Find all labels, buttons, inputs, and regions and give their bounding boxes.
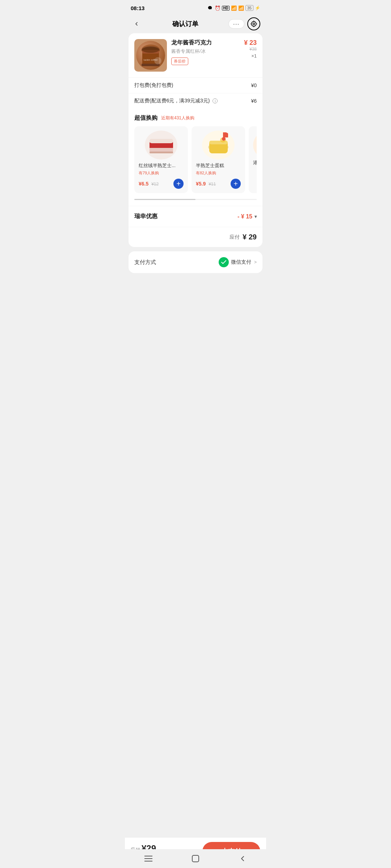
product-img-circle: luckin coffee [136, 41, 165, 70]
nav-bar: 确认订单 ··· [125, 14, 266, 33]
order-card: luckin coffee 龙年酱香巧克力 酱香专属红杯/冰 券后价 ¥ 23 … [129, 33, 262, 247]
discount-amount: - ¥ 15 [237, 213, 252, 220]
signal-icon: 📶 [231, 5, 237, 11]
delivery-fee-value: ¥6 [251, 98, 257, 104]
svg-point-0 [253, 23, 255, 25]
nav-actions: ··· [228, 17, 260, 30]
svg-rect-13 [150, 142, 173, 148]
packaging-fee-label: 打包费(免打包费) [134, 82, 173, 89]
alarm-icon: ⏰ [215, 5, 220, 11]
status-time: 08:13 [131, 5, 144, 11]
packaging-fee-value: ¥0 [251, 82, 257, 88]
more-dots: ··· [233, 21, 240, 27]
upsell-header: 超值换购 近期有431人换购 [134, 114, 257, 122]
payment-label: 支付方式 [134, 259, 156, 266]
product-section: luckin coffee 龙年酱香巧克力 酱香专属红杯/冰 券后价 ¥ 23 … [129, 33, 262, 77]
bolt-icon: ⚡ [255, 5, 260, 10]
upsell-item-2: 半熟芝士蛋糕 有82人换购 ¥5.9 ¥11 + [192, 126, 245, 193]
coupon-tag: 券后价 [171, 58, 188, 65]
battery-icon: 35 [245, 5, 253, 11]
scroll-indicator-thumb [134, 199, 196, 200]
price-original: ¥38 [244, 47, 257, 52]
upsell-item-2-prices: ¥5.9 ¥11 [196, 181, 216, 187]
upsell-badge: 近期有431人换购 [161, 115, 194, 121]
upsell-item-1-price-now: ¥6.5 [139, 181, 148, 187]
wechat-icon [207, 5, 213, 11]
upsell-item-3: 港式... [249, 126, 257, 193]
upsell-item-1-prices: ¥6.5 ¥12 [139, 181, 159, 187]
product-image: luckin coffee [134, 39, 167, 72]
discount-value: - ¥ 15 ▾ [237, 213, 257, 220]
back-button[interactable] [131, 18, 142, 30]
upsell-item-2-buyers: 有82人换购 [196, 170, 241, 176]
upsell-item-2-price-now: ¥5.9 [196, 181, 206, 187]
upsell-item-1: 红丝绒半熟芝士... 有79人换购 ¥6.5 ¥12 + [134, 126, 188, 193]
upsell-section: 超值换购 近期有431人换购 红丝绒半熟芝士... [129, 109, 262, 199]
packaging-fee-row: 打包费(免打包费) ¥0 [129, 77, 262, 93]
page-title: 确认订单 [172, 20, 198, 28]
svg-rect-10 [142, 64, 160, 66]
scan-button[interactable] [247, 17, 260, 30]
info-icon[interactable]: i [213, 98, 218, 103]
product-price-col: ¥ 23 ¥38 ×1 [244, 39, 257, 59]
price-qty: ×1 [244, 53, 257, 59]
upsell-item-2-pricing: ¥5.9 ¥11 + [196, 179, 241, 189]
upsell-item-1-add-button[interactable]: + [173, 179, 184, 189]
price-current: ¥ 23 [244, 39, 257, 47]
svg-point-1 [251, 21, 256, 26]
svg-point-9 [142, 47, 159, 53]
svg-text:luckin coffee: luckin coffee [144, 59, 158, 61]
upsell-item-2-price-old: ¥11 [209, 182, 216, 187]
delivery-fee-label: 配送费(配送费6元，满39元减3元) i [134, 98, 218, 104]
upsell-item-2-name: 半熟芝士蛋糕 [196, 162, 241, 169]
upsell-item-1-name: 红丝绒半熟芝士... [139, 162, 184, 169]
upsell-item-3-name: 港式... [253, 159, 257, 166]
upsell-scroll[interactable]: 红丝绒半熟芝士... 有79人换购 ¥6.5 ¥12 + [134, 126, 257, 199]
upsell-item-1-pricing: ¥6.5 ¥12 + [139, 179, 184, 189]
svg-rect-15 [150, 152, 173, 153]
total-value: ¥ 29 [243, 233, 257, 241]
price-number: 23 [249, 39, 257, 46]
total-label: 应付 [230, 234, 240, 241]
hd-icon: HD [222, 6, 229, 10]
product-row: luckin coffee 龙年酱香巧克力 酱香专属红杯/冰 券后价 ¥ 23 … [134, 39, 257, 72]
payment-card: 支付方式 微信支付 > [129, 251, 262, 273]
scroll-indicator [134, 199, 257, 200]
more-button[interactable]: ··· [228, 19, 244, 29]
product-subtitle: 酱香专属红杯/冰 [171, 48, 240, 55]
status-icons: ⏰ HD 📶 📶 35 ⚡ [207, 5, 260, 11]
payment-name: 微信支付 [231, 259, 251, 265]
svg-rect-16 [150, 139, 173, 143]
product-info: 龙年酱香巧克力 酱香专属红杯/冰 券后价 [171, 39, 240, 65]
product-name: 龙年酱香巧克力 [171, 39, 240, 47]
svg-point-21 [222, 137, 226, 141]
upsell-title: 超值换购 [134, 114, 157, 122]
wechat-pay-icon [219, 257, 229, 267]
status-bar: 08:13 ⏰ HD 📶 📶 35 ⚡ [125, 0, 266, 14]
total-row: 应付 ¥ 29 [129, 227, 262, 247]
payment-section: 支付方式 微信支付 > [129, 251, 262, 273]
upsell-item-2-add-button[interactable]: + [231, 179, 241, 189]
main-content: luckin coffee 龙年酱香巧克力 酱香专属红杯/冰 券后价 ¥ 23 … [125, 33, 266, 314]
discount-label: 瑞幸优惠 [134, 213, 157, 220]
upsell-item-1-price-old: ¥12 [151, 182, 159, 187]
payment-method-selector[interactable]: 微信支付 > [219, 257, 257, 267]
payment-arrow-icon: > [254, 260, 257, 265]
chevron-down-icon: ▾ [255, 214, 257, 219]
price-symbol: ¥ [244, 39, 249, 46]
upsell-item-1-buyers: 有79人换购 [139, 170, 184, 176]
signal2-icon: 📶 [238, 5, 244, 11]
discount-row[interactable]: 瑞幸优惠 - ¥ 15 ▾ [129, 206, 262, 227]
delivery-fee-row: 配送费(配送费6元，满39元减3元) i ¥6 [129, 93, 262, 109]
